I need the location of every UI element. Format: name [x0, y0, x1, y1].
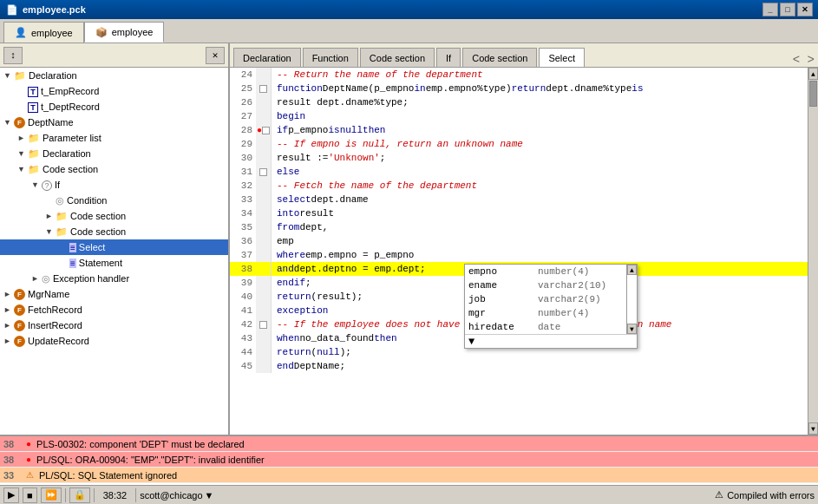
tree-label: t_DeptRecord	[41, 101, 100, 112]
code-tab-code-section[interactable]: Code section	[360, 48, 435, 67]
tab-employee2[interactable]: 📦 employee	[84, 22, 165, 43]
tree-item-declaration[interactable]: ▼📁Declaration	[0, 68, 228, 83]
tree-item-deptname[interactable]: ▼FDeptName	[0, 115, 228, 130]
tree-arrow[interactable]: ▼	[45, 227, 56, 236]
tree-arrow[interactable]: ▼	[3, 118, 14, 127]
code-line-text: select dept.dname	[272, 193, 369, 206]
tree-item-condition[interactable]: ◎Condition	[0, 193, 228, 208]
ac-scroll-up[interactable]: ▲	[627, 265, 637, 275]
autocomplete-item-mgr[interactable]: mgrnumber(4)	[465, 306, 626, 320]
tree-item-updaterecord[interactable]: ►FUpdateRecord	[0, 333, 228, 349]
code-line-text: begin	[272, 109, 305, 123]
code-tabs: DeclarationFunctionCode sectionIfCode se…	[230, 43, 818, 68]
tree-icon: F	[14, 116, 25, 128]
ac-item-type: date	[538, 322, 560, 332]
tree-arrow[interactable]: ►	[3, 321, 14, 330]
tree-item-mgrname[interactable]: ►FMgrName	[0, 286, 228, 302]
line-number: 41	[230, 304, 256, 317]
tree-arrow[interactable]: ▼	[31, 180, 42, 189]
close-button[interactable]: ✕	[797, 3, 813, 16]
user-dropdown[interactable]: scott@chicago ▼	[140, 490, 213, 501]
tree-item-if[interactable]: ▼?If	[0, 177, 228, 193]
tree-arrow[interactable]: ►	[3, 290, 14, 298]
autocomplete-item-hiredate[interactable]: hiredatedate	[465, 320, 626, 334]
minimize-button[interactable]: _	[762, 3, 778, 16]
tree-item-code-section[interactable]: ▼📁Code section	[0, 224, 228, 239]
editor-scrollbar[interactable]: ▲ ▼	[808, 68, 818, 435]
line-number: 25	[230, 82, 256, 95]
tree-arrow[interactable]: ►	[45, 212, 56, 220]
code-tab-declaration[interactable]: Declaration	[233, 48, 301, 67]
tree-arrow[interactable]: ▼	[17, 149, 28, 158]
code-content[interactable]: 24 -- Return the name of the department2…	[230, 68, 808, 435]
autocomplete-item-empno[interactable]: empnonumber(4)	[465, 265, 626, 278]
line-number: 24	[230, 68, 256, 82]
line-number: 26	[230, 95, 256, 109]
tree-arrow[interactable]: ►	[17, 134, 28, 142]
tree-icon: 📁	[28, 133, 40, 144]
tree-item-code-section[interactable]: ►📁Code section	[0, 208, 228, 224]
autocomplete-popup[interactable]: empnonumber(4)enamevarchar2(10)jobvarcha…	[464, 264, 638, 349]
tree-arrow[interactable]: ▼	[3, 71, 14, 80]
autocomplete-scrollbar[interactable]: ▲ ▼	[626, 265, 637, 334]
scroll-down-button[interactable]: ▼	[808, 422, 818, 435]
tree-item-fetchrecord[interactable]: ►FFetchRecord	[0, 302, 228, 317]
tree-item-statement[interactable]: ≡Statement	[0, 255, 228, 271]
stop-button[interactable]: ■	[23, 488, 37, 503]
code-line-text: return(result);	[272, 290, 363, 304]
error-row[interactable]: 38●PLS-00302: component 'DEPT' must be d…	[0, 436, 818, 452]
code-line-text: exception	[272, 304, 328, 317]
line-gutter	[256, 220, 272, 234]
code-line-text: -- Fetch the name of the department	[272, 179, 477, 193]
code-line-text: return(null);	[272, 345, 351, 359]
code-tab-code-section[interactable]: Code section	[462, 48, 537, 67]
tree-item-exception-handler[interactable]: ►◎Exception handler	[0, 271, 228, 286]
lock-button[interactable]: 🔒	[69, 488, 90, 503]
tree-icon: ◎	[42, 273, 50, 285]
step-button[interactable]: ⏩	[41, 488, 62, 503]
run-button[interactable]: ▶	[3, 488, 19, 503]
tree-arrow[interactable]: ►	[3, 305, 14, 314]
line-number: 34	[230, 206, 256, 220]
autocomplete-item-ename[interactable]: enamevarchar2(10)	[465, 278, 626, 292]
line-gutter	[256, 262, 272, 276]
error-row[interactable]: 33⚠PL/SQL: SQL Statement ignored	[0, 468, 818, 483]
maximize-button[interactable]: □	[780, 3, 795, 16]
tree-item-t_deptrecord[interactable]: Tt_DeptRecord	[0, 99, 228, 115]
code-tab-select[interactable]: Select	[539, 48, 585, 67]
tree-arrow[interactable]: ►	[3, 337, 14, 345]
ac-item-name: mgr	[468, 308, 538, 318]
line-gutter	[256, 137, 272, 151]
tree-item-parameter-list[interactable]: ►📁Parameter list	[0, 130, 228, 146]
ac-scroll-down[interactable]: ▼	[627, 324, 637, 334]
tree-icon: ≡	[69, 258, 76, 268]
window-buttons[interactable]: _ □ ✕	[762, 3, 813, 16]
sort-button[interactable]: ↕	[3, 47, 23, 64]
tree-icon: T	[28, 86, 38, 97]
tree-item-insertrecord[interactable]: ►FInsertRecord	[0, 317, 228, 333]
error-line-num: 38	[3, 439, 21, 449]
tree-item-t_emprecord[interactable]: Tt_EmpRecord	[0, 83, 228, 99]
tree-item-code-section[interactable]: ▼📁Code section	[0, 161, 228, 177]
error-message: PL/SQL: SQL Statement ignored	[39, 470, 177, 481]
scroll-up-button[interactable]: ▲	[808, 68, 818, 80]
error-list: 38●PLS-00302: component 'DEPT' must be d…	[0, 436, 818, 485]
line-gutter	[256, 345, 272, 359]
scroll-track	[808, 80, 818, 422]
code-tab-function[interactable]: Function	[303, 48, 358, 67]
tab-employee1[interactable]: 👤 employee	[3, 22, 84, 43]
tree-item-declaration[interactable]: ▼📁Declaration	[0, 146, 228, 161]
ac-item-name: empno	[468, 266, 538, 277]
tree-label: Condition	[67, 195, 107, 206]
code-tab-if[interactable]: If	[436, 48, 461, 67]
tree-item-select[interactable]: ≡Select	[0, 239, 228, 255]
error-row[interactable]: 38●PL/SQL: ORA-00904: "EMP"."DEPT": inva…	[0, 452, 818, 468]
tab-nav[interactable]: < >	[789, 53, 818, 67]
autocomplete-item-job[interactable]: jobvarchar2(9)	[465, 292, 626, 306]
tree-arrow[interactable]: ►	[31, 274, 42, 283]
scroll-thumb[interactable]	[809, 81, 817, 107]
close-left-button[interactable]: ✕	[206, 47, 225, 64]
tree-icon: F	[14, 335, 25, 347]
tree-arrow[interactable]: ▼	[17, 165, 28, 173]
tree-icon: 📁	[28, 164, 40, 175]
